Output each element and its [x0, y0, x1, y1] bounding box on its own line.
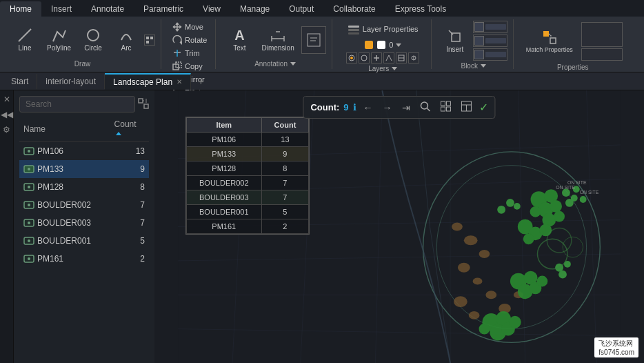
add-tab-button[interactable]: + — [191, 73, 210, 90]
table-row[interactable]: PM106 13 — [19, 142, 149, 161]
table-header-count: Count — [261, 118, 309, 133]
item-name-6: PM161 — [37, 254, 63, 264]
svg-point-99 — [536, 276, 547, 287]
polyline-icon — [52, 28, 67, 43]
layer-btn-4[interactable] — [383, 52, 394, 63]
arc-icon — [119, 28, 134, 43]
layer-properties-button[interactable]: Layer Properties — [343, 21, 423, 37]
grid-icon — [441, 101, 452, 112]
circle-button[interactable]: Circle — [78, 26, 108, 54]
item-icon-3 — [23, 199, 34, 210]
overlay-count-4: 7 — [261, 190, 309, 205]
sidebar-settings-icon[interactable]: ⚙ — [3, 125, 10, 135]
item-name-5: BOULDER001 — [37, 236, 91, 246]
ribbon-group-properties: Match Properties Properties — [516, 19, 630, 69]
search-input[interactable] — [19, 96, 135, 112]
svg-rect-22 — [365, 41, 373, 49]
layer-btn-6[interactable] — [408, 52, 419, 63]
block-group-label: Block — [461, 62, 477, 70]
line-button[interactable]: Line — [10, 26, 40, 54]
ribbon-content: Line Polyline Circle — [0, 17, 644, 72]
ribbon-tab-output[interactable]: Output — [279, 1, 323, 17]
ribbon-tab-home[interactable]: Home — [0, 1, 41, 17]
block-thumb-3[interactable] — [473, 48, 507, 61]
block-thumb-1[interactable] — [473, 21, 507, 33]
text-button[interactable]: A Text — [224, 26, 254, 54]
ribbon-tab-annotate[interactable]: Annotate — [81, 1, 134, 17]
quick-properties-btn[interactable] — [581, 48, 623, 61]
draw-more-button[interactable] — [144, 35, 155, 46]
doc-tab-interior-layout[interactable]: interior-layout — [37, 74, 105, 89]
properties-panel-btn[interactable] — [581, 22, 623, 47]
table-row[interactable]: PM133 9 — [19, 160, 149, 178]
ribbon: Home Insert Annotate Parametric View Man… — [0, 0, 644, 72]
table-row[interactable]: BOULDER001 5 — [19, 232, 149, 250]
layer-btn-1[interactable] — [346, 52, 357, 63]
table-row[interactable]: BOULDER003 7 — [19, 214, 149, 232]
item-icon-0 — [23, 146, 34, 157]
arc-button[interactable]: Arc — [111, 26, 141, 54]
item-icon-1 — [23, 164, 34, 175]
svg-point-116 — [559, 271, 567, 279]
block-thumb-2[interactable] — [473, 35, 507, 47]
sidebar-close-icon[interactable]: ✕ — [3, 95, 10, 104]
layers-dropdown-icon — [392, 66, 397, 71]
nav-prev-button[interactable]: ← — [361, 101, 376, 115]
svg-rect-39 — [550, 38, 556, 43]
svg-rect-40 — [139, 99, 143, 103]
item-name-2: PM128 — [37, 182, 63, 192]
table-row[interactable]: BOULDER002 7 — [19, 196, 149, 214]
confirm-button[interactable]: ✓ — [479, 101, 488, 114]
sidebar-pin-icon[interactable]: ◀◀ — [1, 110, 13, 119]
zoom-fit-button[interactable] — [417, 99, 434, 115]
svg-rect-128 — [441, 107, 445, 111]
overlay-table-row: BOULDER003 7 — [187, 190, 309, 205]
properties-tools: Match Properties — [522, 21, 624, 62]
item-icon-6 — [23, 253, 34, 264]
svg-marker-44 — [116, 132, 121, 135]
layer-btn-2[interactable] — [359, 52, 370, 63]
move-button[interactable]: Move — [170, 21, 206, 33]
polyline-button[interactable]: Polyline — [43, 26, 75, 54]
svg-line-0 — [19, 29, 31, 41]
ribbon-tab-parametric[interactable]: Parametric — [134, 1, 193, 17]
table-view-button[interactable] — [459, 99, 475, 115]
col-header-count: Count — [110, 117, 149, 142]
layer-selector[interactable]: 0 — [361, 39, 404, 51]
svg-point-113 — [497, 206, 505, 214]
doc-tab-landscape-plan[interactable]: Landscape Plan ✕ — [105, 73, 191, 90]
sidebar-expand-icon[interactable] — [138, 98, 149, 111]
insert-button[interactable]: Insert — [440, 27, 470, 55]
match-properties-button[interactable]: Match Properties — [522, 28, 577, 56]
layer-color-icon — [364, 40, 374, 50]
ribbon-tab-collaborate[interactable]: Collaborate — [323, 1, 385, 17]
svg-point-27 — [361, 55, 367, 61]
ribbon-group-annotation: A Text Dimension Annotation — [219, 19, 332, 69]
ribbon-tab-view[interactable]: View — [193, 1, 230, 17]
layer-btn-3[interactable] — [371, 52, 382, 63]
overlay-item-3: BOULDER002 — [187, 176, 262, 190]
overlay-count-3: 7 — [261, 176, 309, 190]
close-tab-icon[interactable]: ✕ — [177, 78, 182, 86]
layer-btn-5[interactable] — [396, 52, 407, 63]
svg-rect-19 — [348, 26, 359, 28]
copy-button[interactable]: Copy — [170, 60, 205, 72]
rotate-button[interactable]: Rotate — [170, 34, 210, 46]
svg-marker-34 — [392, 67, 397, 70]
svg-point-48 — [28, 168, 30, 170]
dimension-button[interactable]: Dimension — [257, 26, 298, 54]
doc-tab-start[interactable]: Start — [3, 74, 37, 89]
grid-view-button[interactable] — [438, 99, 454, 115]
nav-end-button[interactable]: ⇥ — [399, 101, 413, 115]
table-row[interactable]: PM161 2 — [19, 250, 149, 268]
table-row[interactable]: PM128 8 — [19, 178, 149, 196]
nav-next-button[interactable]: → — [380, 101, 395, 115]
info-icon[interactable]: ℹ — [353, 102, 356, 112]
ribbon-tab-insert[interactable]: Insert — [41, 1, 81, 17]
annotation-panel-button[interactable] — [301, 26, 326, 54]
ribbon-tab-expresstools[interactable]: Express Tools — [385, 1, 456, 17]
trim-button[interactable]: Trim — [170, 47, 203, 59]
ribbon-tab-manage[interactable]: Manage — [230, 1, 279, 17]
ribbon-group-block: Insert — [434, 19, 514, 69]
svg-rect-2 — [146, 37, 149, 39]
